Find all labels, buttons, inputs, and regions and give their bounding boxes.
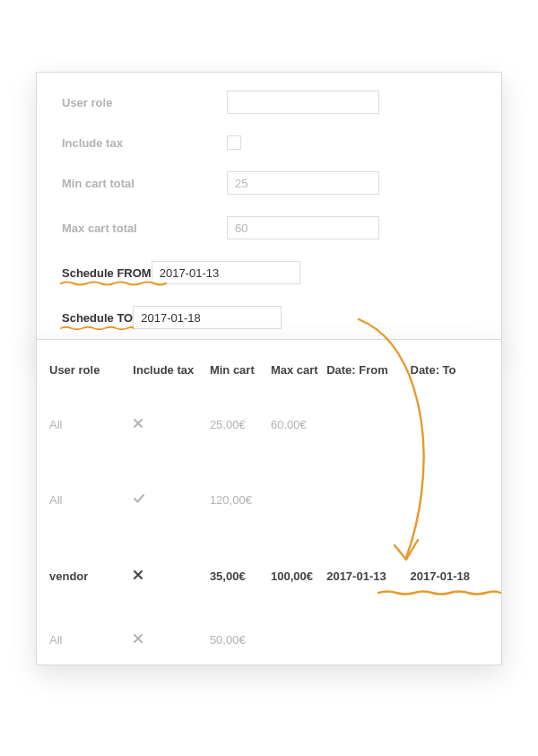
- settings-form-panel: User role Include tax Min cart total Max…: [36, 72, 502, 352]
- table-header-row: User role Include tax Min cart Max cart …: [37, 352, 501, 387]
- schedule-from-row: Schedule FROM: [62, 261, 476, 284]
- cell-to: 2017-01-18: [411, 569, 490, 583]
- cell-max: 100,00€: [271, 569, 326, 583]
- include-tax-label: Include tax: [62, 136, 227, 150]
- cell-min: 35,00€: [210, 569, 271, 583]
- min-cart-row: Min cart total: [62, 171, 476, 195]
- underline-annotation-icon: [60, 325, 150, 332]
- x-icon: [133, 633, 143, 644]
- table-row-active: vendor 35,00€ 100,00€ 2017-01-13 2017-01…: [37, 537, 501, 614]
- col-header-to: Date: To: [411, 363, 490, 377]
- schedule-from-input[interactable]: [152, 261, 300, 284]
- schedule-to-row: Schedule TO: [62, 306, 476, 329]
- x-icon: [133, 418, 143, 429]
- include-tax-row: Include tax: [62, 135, 476, 150]
- user-role-input[interactable]: [227, 91, 379, 114]
- include-tax-checkbox[interactable]: [227, 135, 241, 150]
- cell-min: 120,00€: [210, 493, 271, 507]
- cell-tax: [133, 418, 210, 431]
- max-cart-row: Max cart total: [62, 216, 476, 239]
- table-row: All 50,00€: [37, 614, 501, 665]
- x-icon: [133, 569, 143, 580]
- cell-tax: [133, 493, 210, 507]
- schedule-to-label: Schedule TO: [62, 311, 133, 325]
- table-row: All 25,00€ 60,00€: [37, 387, 501, 462]
- cell-role: vendor: [49, 569, 133, 583]
- user-role-row: User role: [62, 91, 476, 114]
- cell-min: 25,00€: [210, 418, 271, 431]
- col-header-max: Max cart: [271, 363, 326, 377]
- cell-max: 60,00€: [271, 418, 326, 431]
- cell-role: All: [49, 633, 133, 647]
- rules-table-panel: User role Include tax Min cart Max cart …: [36, 339, 502, 665]
- schedule-from-label: Schedule FROM: [62, 266, 152, 280]
- cell-from: 2017-01-13: [326, 569, 410, 583]
- cell-role: All: [49, 493, 133, 507]
- check-icon: [133, 493, 145, 504]
- col-header-from: Date: From: [326, 363, 410, 377]
- user-role-label: User role: [62, 96, 227, 109]
- cell-min: 50,00€: [210, 633, 271, 647]
- col-header-tax: Include tax: [133, 363, 210, 377]
- max-cart-label: Max cart total: [62, 222, 227, 235]
- col-header-min: Min cart: [210, 363, 271, 377]
- cell-tax: [133, 569, 210, 583]
- table-row: All 120,00€: [37, 462, 501, 537]
- col-header-role: User role: [49, 363, 133, 377]
- schedule-to-input[interactable]: [133, 306, 282, 329]
- min-cart-label: Min cart total: [62, 177, 227, 190]
- cell-tax: [133, 633, 210, 647]
- underline-annotation-icon: [60, 280, 168, 287]
- max-cart-input[interactable]: [227, 216, 379, 239]
- min-cart-input[interactable]: [227, 171, 379, 195]
- cell-role: All: [49, 418, 133, 431]
